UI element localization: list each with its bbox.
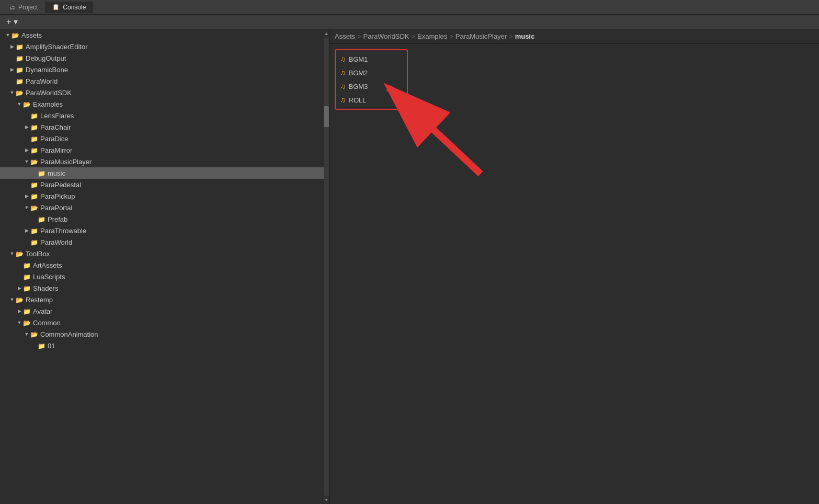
tree-item-assets[interactable]: Assets bbox=[0, 29, 329, 41]
folder-icon-parathrowable bbox=[30, 227, 38, 235]
breadcrumb: Assets > ParaWorldSDK > Examples > ParaM… bbox=[329, 29, 819, 44]
label-avatar: Avatar bbox=[33, 307, 52, 315]
tree-item-luascripts[interactable]: LuaScripts bbox=[0, 271, 329, 282]
tree-item-parapickup[interactable]: ParaPickup bbox=[0, 190, 329, 202]
music-item-bgm1[interactable]: ♫ BGM1 bbox=[336, 52, 407, 66]
arrow-paramusicplayer bbox=[23, 158, 30, 165]
label-common: Common bbox=[33, 319, 61, 327]
main-layout: Assets AmplifyShaderEditor DebugOutput D… bbox=[0, 29, 819, 504]
arrow-examples bbox=[16, 100, 23, 108]
tab-bar: 🗂 Project 📋 Console bbox=[0, 0, 819, 15]
scroll-up-arrow[interactable]: ▲ bbox=[324, 29, 329, 38]
scroll-thumb[interactable] bbox=[324, 106, 329, 127]
folder-icon-prefab bbox=[38, 215, 46, 223]
label-debug: DebugOutput bbox=[26, 54, 66, 62]
tree-item-prefab[interactable]: Prefab bbox=[0, 213, 329, 225]
breadcrumb-music: music bbox=[515, 32, 535, 40]
music-label-bgm1: BGM1 bbox=[349, 55, 368, 63]
tree-item-toolbox[interactable]: ToolBox bbox=[0, 248, 329, 259]
folder-icon-luascripts bbox=[23, 273, 31, 281]
tree-item-parachair[interactable]: ParaChair bbox=[0, 121, 329, 133]
tree-item-dynamicbone[interactable]: DynamicBone bbox=[0, 64, 329, 75]
breadcrumb-sep-4: > bbox=[509, 32, 513, 40]
folder-icon-01 bbox=[38, 342, 46, 350]
label-prefab: Prefab bbox=[48, 215, 67, 223]
tab-project[interactable]: 🗂 Project bbox=[2, 2, 45, 13]
svg-line-1 bbox=[389, 88, 481, 174]
label-paramusicplayer: ParaMusicPlayer bbox=[40, 158, 92, 166]
folder-icon-paradice bbox=[30, 135, 38, 143]
scroll-down-arrow[interactable]: ▼ bbox=[324, 496, 329, 504]
tree-item-shaders[interactable]: Shaders bbox=[0, 282, 329, 294]
label-music: music bbox=[48, 169, 65, 177]
folder-icon-parapickup bbox=[30, 192, 38, 200]
arrow-amplify bbox=[8, 43, 16, 50]
folder-icon-paraworld2 bbox=[30, 238, 38, 246]
tree-item-paraworld2[interactable]: ParaWorld bbox=[0, 236, 329, 248]
tree-item-avatar[interactable]: Avatar bbox=[0, 305, 329, 317]
label-lensflares: LensFlares bbox=[40, 112, 74, 120]
breadcrumb-sep-2: > bbox=[412, 32, 416, 40]
folder-icon-assets bbox=[12, 31, 19, 39]
arrow-paraportal bbox=[23, 204, 30, 211]
tree-item-paraportal[interactable]: ParaPortal bbox=[0, 202, 329, 213]
tree-item-debug[interactable]: DebugOutput bbox=[0, 52, 329, 64]
arrow-toolbox bbox=[8, 250, 16, 257]
folder-icon-paraworld bbox=[16, 77, 24, 85]
tree-item-paramusicplayer[interactable]: ParaMusicPlayer bbox=[0, 156, 329, 167]
arrow-paramirror bbox=[23, 146, 30, 154]
arrow-assets bbox=[4, 31, 12, 39]
folder-icon-paramirror bbox=[30, 146, 38, 154]
console-icon: 📋 bbox=[52, 4, 60, 10]
tree-item-01[interactable]: 01 bbox=[0, 340, 329, 351]
file-tree-panel[interactable]: Assets AmplifyShaderEditor DebugOutput D… bbox=[0, 29, 329, 504]
label-paraportal: ParaPortal bbox=[40, 204, 72, 212]
tree-item-commonanimation[interactable]: CommonAnimation bbox=[0, 328, 329, 340]
tree-item-paraworld[interactable]: ParaWorld bbox=[0, 75, 329, 87]
tree-item-artassets[interactable]: ArtAssets bbox=[0, 259, 329, 271]
label-parapickup: ParaPickup bbox=[40, 192, 75, 200]
tree-item-music[interactable]: music bbox=[0, 167, 329, 179]
music-label-bgm2: BGM2 bbox=[349, 69, 368, 77]
tree-item-paraworldsdk[interactable]: ParaWorldSDK bbox=[0, 87, 329, 98]
tree-item-paradice[interactable]: ParaDice bbox=[0, 133, 329, 144]
label-parapedestal: ParaPedestal bbox=[40, 181, 81, 189]
tree-item-parapedestal[interactable]: ParaPedestal bbox=[0, 179, 329, 190]
folder-icon-restemp bbox=[16, 296, 24, 304]
tree-item-common[interactable]: Common bbox=[0, 317, 329, 328]
label-assets: Assets bbox=[21, 31, 42, 39]
folder-icon-amplify bbox=[16, 43, 24, 51]
label-examples: Examples bbox=[33, 100, 63, 108]
tree-scrollbar[interactable]: ▲ ▼ bbox=[324, 29, 329, 504]
arrow-parapickup bbox=[23, 192, 30, 200]
arrow-dynamicbone bbox=[8, 66, 16, 73]
tab-console[interactable]: 📋 Console bbox=[45, 2, 93, 13]
folder-icon-parapedestal bbox=[30, 181, 38, 189]
arrow-parachair bbox=[23, 123, 30, 131]
tree-item-examples[interactable]: Examples bbox=[0, 98, 329, 110]
breadcrumb-paramusicplayer: ParaMusicPlayer bbox=[456, 32, 507, 40]
tree-item-restemp[interactable]: Restemp bbox=[0, 294, 329, 305]
tree-item-paramirror[interactable]: ParaMirror bbox=[0, 144, 329, 156]
breadcrumb-sep-3: > bbox=[449, 32, 453, 40]
arrow-parathrowable bbox=[23, 227, 30, 234]
music-note-bgm1: ♫ bbox=[340, 55, 346, 63]
add-button[interactable]: + ▾ bbox=[4, 16, 20, 28]
folder-icon-artassets bbox=[23, 261, 31, 269]
tree-item-lensflares[interactable]: LensFlares bbox=[0, 110, 329, 121]
label-01: 01 bbox=[48, 342, 55, 350]
folder-icon-lensflares bbox=[30, 112, 38, 120]
music-note-roll: ♫ bbox=[340, 96, 346, 104]
arrow-common bbox=[16, 319, 23, 326]
tree-item-parathrowable[interactable]: ParaThrowable bbox=[0, 225, 329, 236]
tree-item-amplify[interactable]: AmplifyShaderEditor bbox=[0, 41, 329, 52]
arrow-restemp bbox=[8, 296, 16, 303]
folder-icon-common bbox=[23, 319, 31, 327]
label-paradice: ParaDice bbox=[40, 135, 68, 143]
folder-icon-toolbox bbox=[16, 250, 24, 258]
label-parachair: ParaChair bbox=[40, 123, 71, 131]
scroll-track[interactable] bbox=[324, 38, 329, 496]
music-label-roll: ROLL bbox=[349, 96, 367, 104]
tree-scroll-container: Assets AmplifyShaderEditor DebugOutput D… bbox=[0, 29, 329, 504]
tab-project-label: Project bbox=[18, 4, 38, 11]
